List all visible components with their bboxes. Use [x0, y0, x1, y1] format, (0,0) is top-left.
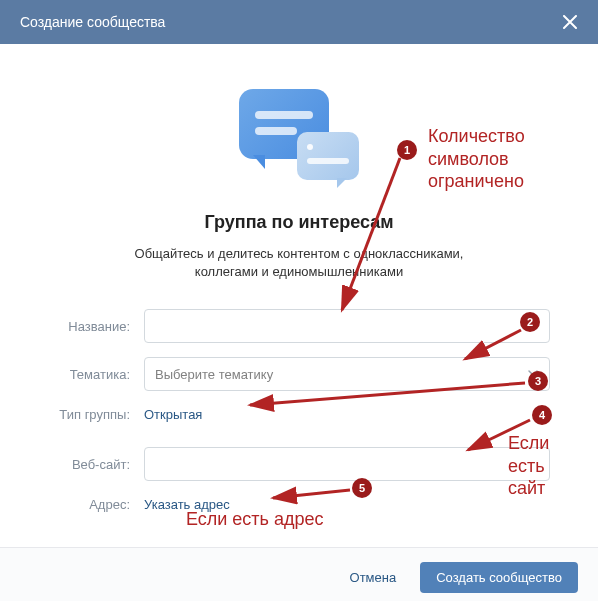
group-type-label: Тип группы:	[48, 407, 144, 422]
topic-select[interactable]: Выберите тематику	[144, 357, 550, 391]
name-input[interactable]	[144, 309, 550, 343]
row-topic: Тематика: Выберите тематику	[48, 357, 550, 391]
topic-label: Тематика:	[48, 367, 144, 382]
cancel-button[interactable]: Отмена	[344, 562, 403, 593]
close-icon	[563, 15, 577, 29]
modal-title: Создание сообщества	[20, 14, 165, 30]
close-button[interactable]	[562, 14, 578, 30]
name-label: Название:	[48, 319, 144, 334]
group-type-link[interactable]: Открытая	[144, 407, 202, 422]
modal-footer: Отмена Создать сообщество	[0, 547, 598, 601]
row-name: Название:	[48, 309, 550, 343]
chevron-down-icon	[527, 367, 539, 382]
modal-header: Создание сообщества	[0, 0, 598, 44]
address-label: Адрес:	[48, 497, 144, 512]
row-group-type: Тип группы: Открытая	[48, 405, 550, 423]
address-link[interactable]: Указать адрес	[144, 497, 230, 512]
speech-bubble-small-icon	[297, 132, 359, 180]
create-community-modal: Создание сообщества Группа по интересам …	[0, 0, 598, 601]
row-address: Адрес: Указать адрес	[48, 495, 550, 513]
topic-placeholder: Выберите тематику	[155, 367, 273, 382]
website-input[interactable]	[144, 447, 550, 481]
section-title: Группа по интересам	[205, 212, 394, 233]
chat-illustration	[229, 84, 369, 194]
website-label: Веб-сайт:	[48, 457, 144, 472]
section-description: Общайтесь и делитесь контентом с однокла…	[109, 245, 489, 281]
create-button[interactable]: Создать сообщество	[420, 562, 578, 593]
modal-body: Группа по интересам Общайтесь и делитесь…	[0, 44, 598, 547]
row-website: Веб-сайт:	[48, 447, 550, 481]
community-form: Название: Тематика: Выберите тематику	[48, 309, 550, 527]
